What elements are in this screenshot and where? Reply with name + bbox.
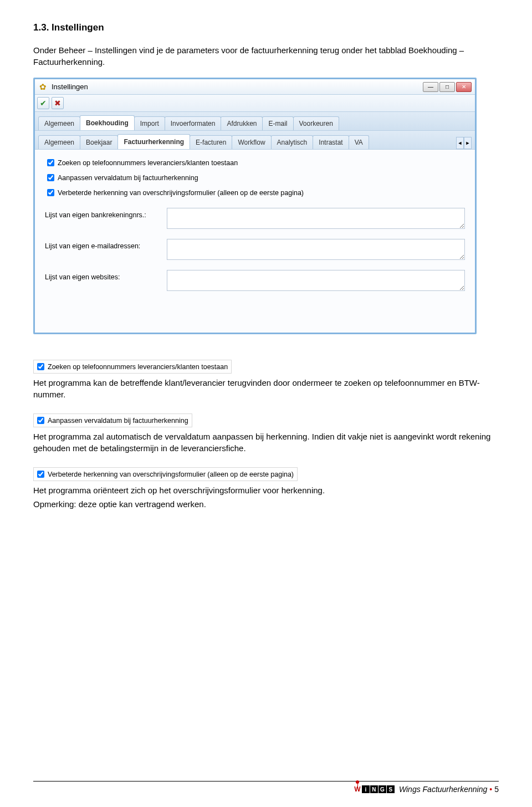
settings-panel: Zoeken op telefoonnummers leveranciers/k…	[35, 150, 475, 333]
checkbox-zoeken-telefoon[interactable]	[47, 159, 54, 166]
snippet-1-label: Zoeken op telefoonnummers leveranciers/k…	[48, 363, 228, 371]
label-bankrekening: Lijst van eigen bankrekeningnrs.:	[45, 208, 167, 219]
settings-window-screenshot: ✿ Instellingen — □ ✕ ✔ ✖ Algemeen Boekho…	[33, 78, 477, 334]
gear-icon: ✿	[38, 83, 47, 91]
tab-invoerformaten[interactable]: Invoerformaten	[165, 116, 222, 130]
window-buttons: — □ ✕	[423, 82, 472, 92]
textarea-emailadressen[interactable]	[167, 239, 465, 260]
tab-algemeen[interactable]: Algemeen	[38, 116, 80, 130]
tab-scroll: ◄ ►	[456, 137, 472, 149]
checkbox-label-2: Aanpassen vervaldatum bij factuurherkenn…	[58, 174, 198, 182]
tab-import[interactable]: Import	[134, 116, 165, 130]
label-emailadressen: Lijst van eigen e-mailadressen:	[45, 239, 167, 250]
tab2-factuurherkenning[interactable]: Factuurherkenning	[117, 134, 190, 149]
tab2-algemeen[interactable]: Algemeen	[38, 135, 80, 149]
titlebar: ✿ Instellingen — □ ✕	[35, 79, 475, 95]
field-row-email: Lijst van eigen e-mailadressen:	[45, 239, 465, 260]
checkbox-overschrijving[interactable]	[47, 189, 54, 196]
checkbox-row-3: Verbeterde herkenning van overschrijving…	[45, 187, 465, 198]
snippet-1: Zoeken op telefoonnummers leveranciers/k…	[33, 360, 232, 374]
tab-scroll-left[interactable]: ◄	[456, 137, 464, 149]
snippet-1-checkbox	[37, 363, 44, 370]
footer-dot: •	[489, 785, 492, 794]
tab-row-2: Algemeen Boekjaar Factuurherkenning E-fa…	[35, 131, 475, 150]
tab2-analytisch[interactable]: Analytisch	[271, 135, 314, 149]
snippet-2: Aanpassen vervaldatum bij factuurherkenn…	[33, 413, 192, 427]
toolbar: ✔ ✖	[35, 95, 475, 112]
snippet-3-label: Verbeterde herkenning van overschrijving…	[48, 471, 294, 478]
close-button[interactable]: ✕	[456, 82, 472, 92]
field-row-bank: Lijst van eigen bankrekeningnrs.:	[45, 208, 465, 229]
ok-button[interactable]: ✔	[37, 97, 49, 109]
para-3a: Het programma oriënteert zich op het ove…	[33, 484, 499, 496]
snippet-2-label: Aanpassen vervaldatum bij factuurherkenn…	[48, 417, 188, 425]
checkbox-label-3: Verbeterde herkenning van overschrijving…	[58, 189, 304, 197]
section-heading: 1.3. Instellingen	[33, 22, 499, 33]
tab-email[interactable]: E-mail	[262, 116, 293, 130]
tab2-intrastat[interactable]: Intrastat	[313, 135, 349, 149]
checkbox-vervaldatum[interactable]	[47, 174, 54, 181]
checkbox-label-1: Zoeken op telefoonnummers leveranciers/k…	[58, 159, 238, 167]
tab-afdrukken[interactable]: Afdrukken	[221, 116, 263, 130]
page-footer: W iNGS Wings Factuurherkenning • 5	[33, 781, 499, 794]
para-3b: Opmerking: deze optie kan vertragend wer…	[33, 498, 499, 510]
snippet-2-checkbox	[37, 417, 44, 424]
cancel-button[interactable]: ✖	[52, 97, 64, 109]
label-websites: Lijst van eigen websites:	[45, 270, 167, 281]
tab2-efacturen[interactable]: E-facturen	[190, 135, 232, 149]
para-1: Het programma kan de betreffende klant/l…	[33, 377, 499, 400]
footer-page: 5	[494, 785, 499, 794]
tab2-workflow[interactable]: Workflow	[232, 135, 271, 149]
snippet-3-checkbox	[37, 471, 44, 478]
window-title: Instellingen	[52, 83, 423, 91]
tab-boekhouding[interactable]: Boekhouding	[80, 115, 135, 130]
tab2-va[interactable]: VA	[349, 135, 369, 149]
footer-brand: Wings Factuurherkenning	[399, 785, 487, 794]
field-row-websites: Lijst van eigen websites:	[45, 270, 465, 291]
maximize-button[interactable]: □	[439, 82, 455, 92]
minimize-button[interactable]: —	[423, 82, 438, 92]
checkbox-row-2: Aanpassen vervaldatum bij factuurherkenn…	[45, 172, 465, 183]
tab2-boekjaar[interactable]: Boekjaar	[80, 135, 118, 149]
snippet-3: Verbeterde herkenning van overschrijving…	[33, 467, 298, 481]
checkbox-row-1: Zoeken op telefoonnummers leveranciers/k…	[45, 157, 465, 168]
textarea-bankrekening[interactable]	[167, 208, 465, 229]
tab-voorkeuren[interactable]: Voorkeuren	[293, 116, 339, 130]
tab-row-1: Algemeen Boekhouding Import Invoerformat…	[35, 112, 475, 131]
wings-logo: W iNGS	[354, 785, 395, 793]
textarea-websites[interactable]	[167, 270, 465, 291]
intro-paragraph: Onder Beheer – Instellingen vind je de p…	[33, 44, 499, 68]
tab-scroll-right[interactable]: ►	[464, 137, 472, 149]
para-2: Het programma zal automatisch de vervald…	[33, 431, 499, 454]
